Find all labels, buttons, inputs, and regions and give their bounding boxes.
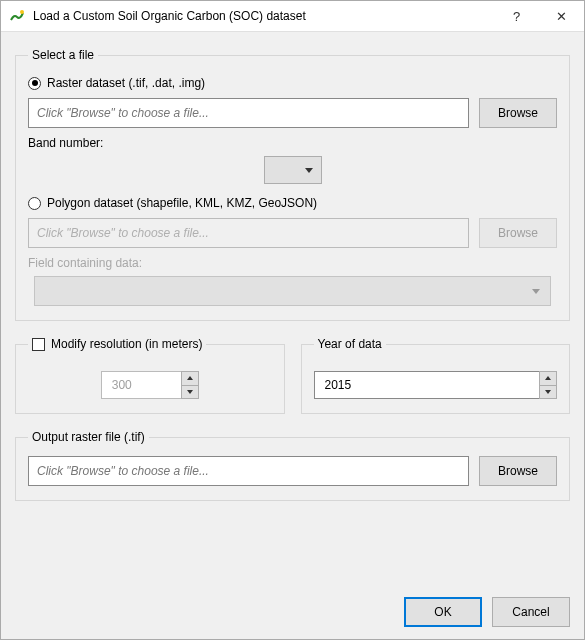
year-value[interactable]: 2015 (314, 371, 540, 399)
raster-file-input[interactable]: Click "Browse" to choose a file... (28, 98, 469, 128)
resolution-checkbox[interactable] (32, 338, 45, 351)
band-number-label: Band number: (28, 136, 557, 150)
app-icon (9, 8, 25, 24)
year-legend: Year of data (314, 337, 386, 351)
resolution-legend: Modify resolution (in meters) (28, 337, 206, 351)
close-button[interactable]: ✕ (539, 1, 584, 31)
resolution-checkbox-label: Modify resolution (in meters) (51, 337, 202, 351)
ok-button[interactable]: OK (404, 597, 482, 627)
window-buttons: ? ✕ (494, 1, 584, 31)
polygon-file-placeholder: Click "Browse" to choose a file... (37, 226, 209, 240)
raster-radio-row[interactable]: Raster dataset (.tif, .dat, .img) (28, 76, 557, 90)
resolution-group: Modify resolution (in meters) 300 (15, 337, 285, 414)
chevron-down-icon (545, 390, 551, 394)
field-containing-data-label: Field containing data: (28, 256, 557, 270)
output-legend: Output raster file (.tif) (28, 430, 149, 444)
svg-point-0 (20, 10, 24, 14)
polygon-file-input: Click "Browse" to choose a file... (28, 218, 469, 248)
chevron-down-icon (305, 168, 313, 173)
dialog-content: Select a file Raster dataset (.tif, .dat… (1, 32, 584, 593)
help-button[interactable]: ? (494, 1, 539, 31)
output-file-placeholder: Click "Browse" to choose a file... (37, 464, 209, 478)
raster-radio[interactable] (28, 77, 41, 90)
titlebar: Load a Custom Soil Organic Carbon (SOC) … (1, 1, 584, 32)
year-spinner[interactable]: 2015 (314, 371, 558, 399)
resolution-year-row: Modify resolution (in meters) 300 Year o… (15, 331, 570, 424)
resolution-up (181, 371, 199, 386)
year-down[interactable] (539, 386, 557, 400)
select-file-legend: Select a file (28, 48, 98, 62)
window-title: Load a Custom Soil Organic Carbon (SOC) … (33, 9, 494, 23)
dialog-footer: OK Cancel (1, 593, 584, 639)
resolution-value: 300 (101, 371, 181, 399)
chevron-up-icon (187, 376, 193, 380)
resolution-down (181, 386, 199, 400)
output-group: Output raster file (.tif) Click "Browse"… (15, 430, 570, 501)
cancel-button[interactable]: Cancel (492, 597, 570, 627)
output-browse-button[interactable]: Browse (479, 456, 557, 486)
year-up[interactable] (539, 371, 557, 386)
polygon-radio-row[interactable]: Polygon dataset (shapefile, KML, KMZ, Ge… (28, 196, 557, 210)
chevron-down-icon (187, 390, 193, 394)
raster-browse-button[interactable]: Browse (479, 98, 557, 128)
raster-file-placeholder: Click "Browse" to choose a file... (37, 106, 209, 120)
band-number-dropdown[interactable] (264, 156, 322, 184)
year-group: Year of data 2015 (301, 337, 571, 414)
raster-radio-label: Raster dataset (.tif, .dat, .img) (47, 76, 205, 90)
polygon-radio[interactable] (28, 197, 41, 210)
chevron-up-icon (545, 376, 551, 380)
polygon-browse-button: Browse (479, 218, 557, 248)
dialog-window: Load a Custom Soil Organic Carbon (SOC) … (0, 0, 585, 640)
resolution-spinner: 300 (101, 371, 199, 399)
polygon-radio-label: Polygon dataset (shapefile, KML, KMZ, Ge… (47, 196, 317, 210)
select-file-group: Select a file Raster dataset (.tif, .dat… (15, 48, 570, 321)
field-containing-data-combo (34, 276, 551, 306)
chevron-down-icon (532, 289, 540, 294)
output-file-input[interactable]: Click "Browse" to choose a file... (28, 456, 469, 486)
